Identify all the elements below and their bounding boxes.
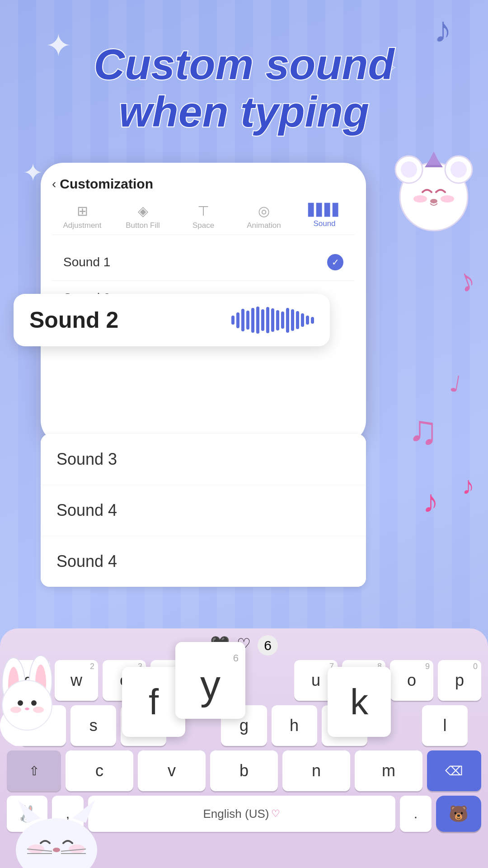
k-key-popup: k — [328, 667, 391, 737]
key-h[interactable]: h — [272, 705, 317, 746]
check-icon: ✓ — [327, 254, 343, 270]
adjustment-icon: ⊞ — [77, 203, 88, 219]
svg-marker-22 — [18, 800, 41, 823]
header-section: Custom sound when typing — [0, 41, 488, 135]
sound-items-below-section: Sound 3 Sound 4 Sound 4 — [41, 434, 366, 587]
phone-nav: ‹ Customization — [52, 176, 355, 192]
period-key[interactable]: . — [400, 796, 432, 832]
svg-point-20 — [33, 707, 44, 713]
tab-animation[interactable]: ◎ Animation — [234, 203, 294, 230]
pink-music-notes: ♪ ♪ — [422, 479, 461, 521]
tab-animation-label: Animation — [247, 221, 281, 230]
sound-item-4a[interactable]: Sound 4 — [41, 485, 366, 536]
svg-point-16 — [18, 700, 23, 706]
svg-point-8 — [441, 195, 454, 203]
cat-character — [0, 778, 113, 868]
svg-marker-23 — [72, 800, 95, 823]
f-key-char: f — [149, 681, 159, 723]
sound-item-1[interactable]: Sound 1 ✓ — [52, 244, 355, 281]
tab-adjustment[interactable]: ⊞ Adjustment — [52, 203, 113, 230]
key-m[interactable]: m — [355, 750, 422, 791]
svg-point-7 — [413, 195, 427, 203]
music-note-icon-4: ♫ — [408, 407, 439, 453]
waveform-visualization — [231, 307, 314, 334]
heart-icon: ♡ — [271, 808, 280, 820]
space-icon: ⊤ — [197, 203, 209, 219]
bear-key[interactable]: 🐻 — [436, 796, 481, 832]
key-backspace[interactable]: ⌫ — [427, 750, 481, 791]
svg-point-9 — [430, 199, 437, 203]
header-line2: when typing — [0, 88, 488, 136]
bear-key-icon: 🐻 — [449, 805, 469, 823]
tab-button-fill[interactable]: ◈ Button Fill — [113, 203, 173, 230]
key-b[interactable]: b — [210, 750, 278, 791]
svg-point-18 — [25, 708, 29, 710]
tab-sound[interactable]: ▋▋▋▋ Sound — [294, 203, 355, 230]
svg-point-26 — [53, 848, 60, 852]
bear-character — [389, 145, 479, 235]
sound-item-3[interactable]: Sound 3 — [41, 434, 366, 485]
sound2-popup-card[interactable]: Sound 2 — [14, 294, 330, 346]
svg-point-3 — [401, 161, 417, 178]
phone-nav-title: Customization — [60, 176, 153, 192]
animation-icon: ◎ — [258, 203, 270, 219]
svg-point-19 — [10, 707, 21, 713]
tab-space-label: Space — [192, 221, 214, 230]
key-s[interactable]: s — [70, 705, 116, 746]
sound-1-label: Sound 1 — [63, 255, 110, 269]
sound-4a-label: Sound 4 — [56, 501, 117, 520]
y-key-large[interactable]: 6 y — [175, 642, 245, 719]
button-fill-icon: ◈ — [138, 203, 148, 219]
tab-sound-label: Sound — [313, 219, 335, 228]
tab-bar: ⊞ Adjustment ◈ Button Fill ⊤ Space ◎ Ani… — [52, 203, 355, 235]
svg-point-15 — [2, 680, 52, 730]
sound-3-label: Sound 3 — [56, 450, 117, 469]
space-label: English (US) — [203, 807, 269, 821]
key-o[interactable]: 9 o — [390, 660, 433, 701]
sparkle-icon-2: ✦ — [23, 158, 43, 187]
key-v[interactable]: v — [138, 750, 206, 791]
y-key-char: y — [200, 662, 221, 708]
svg-marker-6 — [427, 151, 441, 165]
tab-button-fill-label: Button Fill — [126, 221, 160, 230]
svg-point-17 — [31, 700, 37, 706]
y-key-num: 6 — [233, 652, 245, 664]
key-l[interactable]: l — [422, 705, 468, 746]
k-key-char: k — [350, 681, 368, 723]
sound-4b-label: Sound 4 — [56, 552, 117, 571]
sound-item-4b[interactable]: Sound 4 — [41, 536, 366, 587]
emoji-6-circle[interactable]: 6 — [258, 635, 278, 656]
bunny-character — [0, 656, 77, 746]
header-line1: Custom sound — [0, 41, 488, 88]
sound2-popup-label: Sound 2 — [29, 307, 118, 333]
back-arrow-icon[interactable]: ‹ — [52, 177, 56, 191]
y-key-popup: 6 y — [175, 642, 245, 719]
space-key[interactable]: English (US) ♡ — [88, 796, 395, 832]
tab-space[interactable]: ⊤ Space — [173, 203, 234, 230]
k-key-large[interactable]: k — [328, 667, 391, 737]
svg-point-21 — [16, 818, 97, 868]
svg-point-4 — [450, 161, 467, 178]
key-n[interactable]: n — [282, 750, 350, 791]
tab-adjustment-label: Adjustment — [63, 221, 101, 230]
sound-icon: ▋▋▋▋ — [308, 203, 341, 217]
key-p[interactable]: 0 p — [438, 660, 481, 701]
period-label: . — [414, 806, 418, 821]
